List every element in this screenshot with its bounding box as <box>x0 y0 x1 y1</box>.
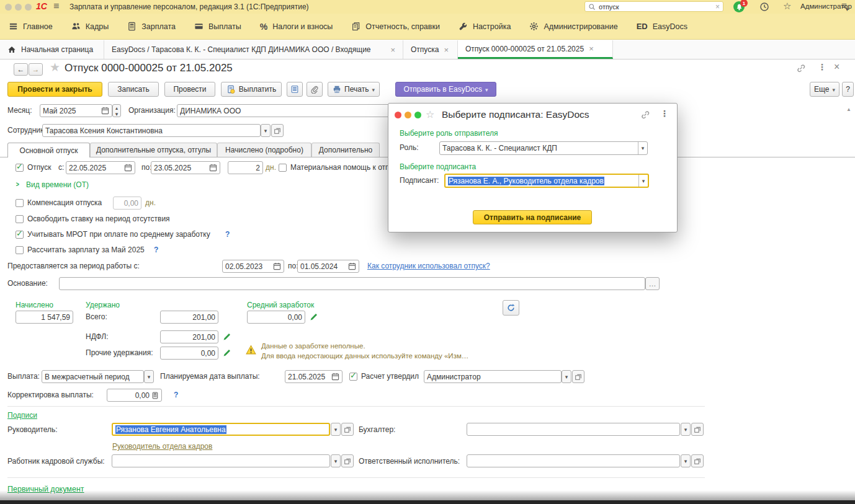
manager-dropdown-button[interactable] <box>331 423 341 436</box>
work-period-to-input[interactable]: 01.05.2024 <box>297 260 359 273</box>
window-minimize-button[interactable] <box>15 4 22 11</box>
dialog-favorite-star-icon[interactable] <box>426 108 434 120</box>
calendar-icon[interactable] <box>124 164 132 172</box>
accountant-dropdown-button[interactable] <box>681 423 691 436</box>
accountant-open-button[interactable] <box>691 423 704 436</box>
search-input[interactable]: отпуск <box>584 1 723 12</box>
edit-ndfl-pencil-icon[interactable] <box>223 332 231 341</box>
calendar-icon[interactable] <box>209 164 217 172</box>
tab-nachisleno-podrobno[interactable]: Начислено (подробно) <box>217 143 311 157</box>
calc-salary-hint-icon[interactable] <box>154 244 158 257</box>
post-and-close-button[interactable]: Провести и закрыть <box>7 82 102 97</box>
close-icon[interactable]: × <box>589 44 594 53</box>
calendar-icon[interactable] <box>331 373 339 381</box>
payout-date-input[interactable]: 21.05.2025 <box>285 370 342 383</box>
calculator-icon[interactable] <box>151 392 159 399</box>
search-clear-icon[interactable] <box>715 2 720 11</box>
menu-item-kadry[interactable]: Кадры <box>71 22 109 31</box>
accountant-input[interactable] <box>467 423 680 436</box>
send-to-easydocs-button[interactable]: Отправить в EasyDocs <box>395 82 496 97</box>
hr-specialist-dropdown-button[interactable] <box>331 454 341 467</box>
approved-by-dropdown-button[interactable] <box>562 370 571 383</box>
tab-otpusk-document[interactable]: Отпуск 0000-000025 от 21.05.2025 × <box>458 40 613 59</box>
send-for-signing-button[interactable]: Отправить на подписание <box>473 210 592 224</box>
forward-button[interactable] <box>29 63 43 76</box>
signatures-group-link[interactable]: Подписи <box>7 409 37 422</box>
dialog-minimize-button[interactable] <box>405 112 411 118</box>
hr-specialist-input[interactable] <box>112 454 330 467</box>
calendar-icon[interactable] <box>101 107 109 115</box>
window-zoom-button[interactable] <box>25 4 32 11</box>
reason-input[interactable] <box>59 277 645 290</box>
time-kind-group-label[interactable]: Вид времени (ОТ) <box>26 179 89 192</box>
mrot-checkbox[interactable] <box>16 231 24 239</box>
material-help-checkbox[interactable] <box>279 164 287 172</box>
vacation-usage-link[interactable]: Как сотрудник использовал отпуск? <box>367 260 490 273</box>
menu-item-easydocs[interactable]: EDEasyDocs <box>637 22 687 31</box>
edit-average-pencil-icon[interactable] <box>310 312 318 321</box>
mrot-hint-icon[interactable] <box>225 228 230 241</box>
close-icon[interactable]: × <box>444 45 449 55</box>
tab-dopolnitelno[interactable]: Дополнительно <box>311 143 380 157</box>
executor-open-button[interactable] <box>691 454 704 467</box>
free-rate-checkbox[interactable] <box>16 215 24 223</box>
tab-dopolnitelnye-otpuska[interactable]: Дополнительные отпуска, отгулы <box>90 143 217 157</box>
expand-group-icon[interactable] <box>16 180 19 188</box>
vacation-checkbox[interactable] <box>16 164 24 172</box>
employee-open-button[interactable] <box>271 124 284 137</box>
calendar-icon[interactable] <box>348 262 356 270</box>
correction-hint-icon[interactable] <box>174 389 178 402</box>
document-register-button[interactable] <box>287 82 303 97</box>
accrued-input[interactable]: 1 547,59 <box>16 311 73 324</box>
payout-dropdown-button[interactable] <box>144 370 154 383</box>
more-menu-icon[interactable] <box>818 62 826 72</box>
back-button[interactable] <box>14 63 28 76</box>
menu-item-nalogi[interactable]: %Налоги и взносы <box>260 22 333 32</box>
refresh-button[interactable] <box>503 300 519 316</box>
get-link-button[interactable] <box>796 63 806 73</box>
dropdown-icon[interactable] <box>638 142 647 154</box>
vacation-days-input[interactable]: 2 <box>228 161 263 174</box>
menu-item-zarplata[interactable]: Зарплата <box>127 22 176 31</box>
approved-by-input[interactable]: Администратор <box>424 370 562 383</box>
post-button[interactable]: Провести <box>164 82 215 97</box>
month-stepper[interactable] <box>112 104 121 117</box>
manager-open-button[interactable] <box>341 423 354 436</box>
menu-item-administrirovanie[interactable]: Администрирование <box>529 22 617 31</box>
attachments-button[interactable] <box>307 82 323 97</box>
employee-input[interactable]: Тарасова Ксения Константиновна <box>42 124 261 137</box>
save-button[interactable]: Записать <box>108 82 159 97</box>
main-menu-icon[interactable] <box>53 1 59 12</box>
close-form-icon[interactable] <box>834 61 839 73</box>
correction-input[interactable]: 0,00 <box>107 389 162 402</box>
payout-select[interactable]: В межрасчетный период <box>42 370 144 383</box>
dialog-close-button[interactable] <box>395 112 401 118</box>
edit-other-pencil-icon[interactable] <box>223 348 231 357</box>
history-button[interactable] <box>759 2 769 12</box>
other-withholdings-input[interactable]: 0,00 <box>160 347 218 360</box>
manager-role-link[interactable]: Руководитель отдела кадров <box>112 440 212 453</box>
tab-otpuska[interactable]: Отпуска × <box>403 40 458 59</box>
dialog-link-button[interactable] <box>640 110 650 120</box>
ndfl-input[interactable]: 201,00 <box>160 330 218 343</box>
hr-specialist-open-button[interactable] <box>341 454 354 467</box>
more-button[interactable]: Еще <box>810 82 839 97</box>
tab-easydocs-inbox[interactable]: EasyDocs / Тарасова К. К. - Специалист К… <box>104 40 403 59</box>
dialog-more-icon[interactable] <box>660 108 669 118</box>
scroll-up-icon[interactable] <box>846 104 851 113</box>
reason-ellipsis-button[interactable] <box>645 277 660 290</box>
help-button[interactable]: ? <box>842 82 854 97</box>
tab-osnovnoy-otpusk[interactable]: Основной отпуск <box>7 143 90 157</box>
window-close-button[interactable] <box>5 4 12 11</box>
month-input[interactable]: Май 2025 <box>40 104 112 117</box>
calendar-icon[interactable] <box>273 262 281 270</box>
compensation-checkbox[interactable] <box>16 199 24 207</box>
dialog-zoom-button[interactable] <box>414 112 421 118</box>
executor-dropdown-button[interactable] <box>681 454 691 467</box>
pay-button[interactable]: Выплатить <box>221 82 282 97</box>
vacation-from-input[interactable]: 22.05.2025 <box>66 161 135 174</box>
signer-select[interactable]: Рязанова Е. А., Руководитель отдела кадр… <box>444 174 649 188</box>
menu-item-glavnoe[interactable]: Главное <box>9 22 53 31</box>
work-period-from-input[interactable]: 02.05.2023 <box>222 260 284 273</box>
favorites-button[interactable] <box>783 1 791 12</box>
